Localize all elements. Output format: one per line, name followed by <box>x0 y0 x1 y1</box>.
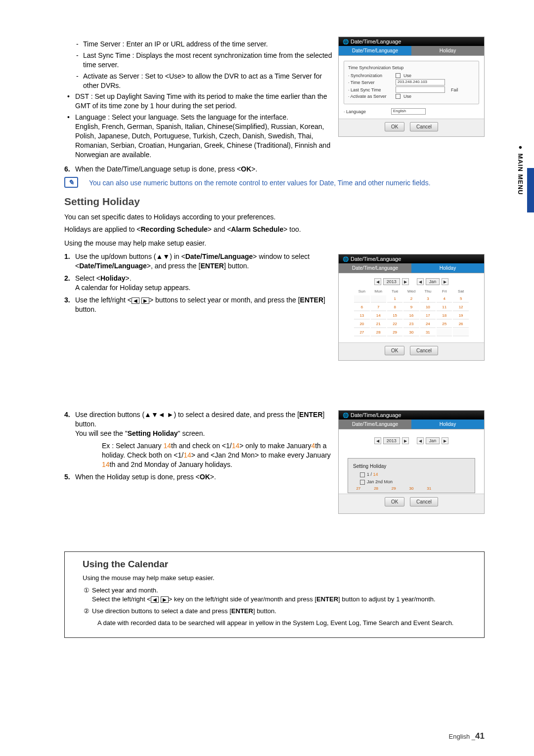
holiday-step-1: 1. Use the up/down buttons (▲▼) in <Date… <box>75 252 485 271</box>
cancel-button[interactable]: Cancel <box>410 497 438 506</box>
holiday-step-3: 3. Use the left/right <◀ ▶> buttons to s… <box>75 295 485 314</box>
holiday-intro-2: Holidays are applied to <Recording Sched… <box>64 225 485 235</box>
time-server-subitems: Time Server : Enter an IP or URL address… <box>64 40 485 90</box>
right-button-icon: ▶ <box>161 596 169 603</box>
left-button-icon: ◀ <box>151 596 159 603</box>
side-tab <box>527 168 534 212</box>
sub-activate-server: Activate as Server : Set to <Use> to all… <box>83 72 485 90</box>
infobox-title: Using the Calendar <box>83 559 475 570</box>
bullet-language: Language : Select your language. Sets th… <box>75 113 485 159</box>
ok-button[interactable]: OK <box>385 497 404 506</box>
sub-time-server: Time Server : Enter an IP or URL address… <box>83 40 485 49</box>
sub-last-sync: Last Sync Time : Displays the most recen… <box>83 51 485 70</box>
language-list: English, French, German, Spanish, Italia… <box>75 123 330 159</box>
circled-1-icon: ① <box>83 586 90 595</box>
infobox-note: A date with recorded data to be searched… <box>83 619 475 628</box>
holiday-intro-1: You can set specific dates to Holidays a… <box>64 212 485 222</box>
using-the-calendar-box: Using the Calendar Using the mouse may h… <box>64 551 485 638</box>
holiday-step-5: 5. When the Holiday setup is done, press… <box>75 472 485 482</box>
right-button-icon: ▶ <box>141 297 149 304</box>
left-button-icon: ◀ <box>132 297 139 304</box>
holiday-mouse-hint: Using the mouse may help make setup easi… <box>64 239 485 249</box>
side-chapter-label: ● MAIN MENU <box>517 143 524 195</box>
holiday-step-2: 2. Select <Holiday>. A calendar for Holi… <box>75 274 485 293</box>
circled-2-icon: ② <box>83 607 90 616</box>
holiday-step-4: 4. Use direction buttons (▲▼◄ ►) to sele… <box>75 410 485 469</box>
infobox-step-2: ②Use direction buttons to select a date … <box>83 607 475 616</box>
note-numeric-buttons: ✎ You can also use numeric buttons on th… <box>89 179 485 187</box>
infobox-step-1: ①Select year and month. Select the left/… <box>83 586 475 604</box>
note-icon: ✎ <box>64 177 78 188</box>
bullet-dst: DST : Set up Daylight Saving Time with i… <box>75 92 485 111</box>
ok-button[interactable]: OK <box>385 346 404 355</box>
infobox-mouse: Using the mouse may help make setup easi… <box>83 574 475 583</box>
heading-setting-holiday: Setting Holiday <box>64 196 485 208</box>
cancel-button[interactable]: Cancel <box>410 346 438 355</box>
step-6: 6. When the Date/Time/Language setup is … <box>75 165 485 174</box>
page-footer: English _41 <box>449 731 485 741</box>
